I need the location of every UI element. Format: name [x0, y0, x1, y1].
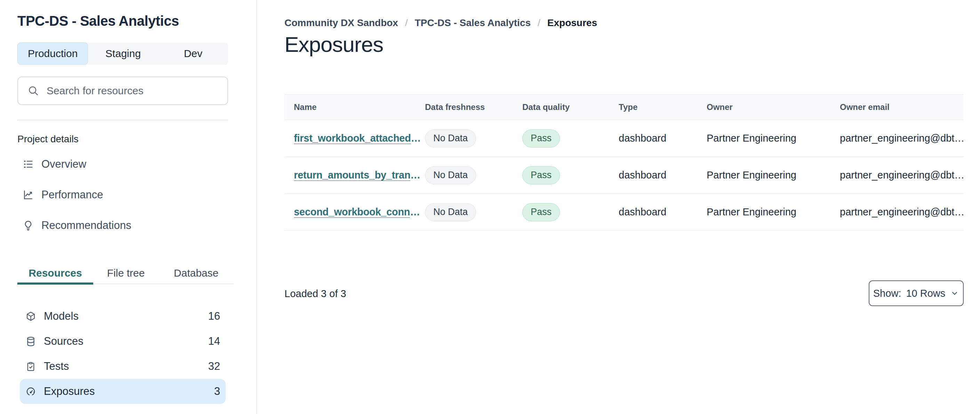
search-input[interactable] [46, 85, 221, 97]
truncation-ellipsis: … [410, 169, 420, 181]
breadcrumb-separator: / [405, 18, 408, 29]
data-freshness-badge: No Data [425, 166, 476, 185]
gauge-icon [25, 386, 36, 397]
column-header-data-freshness: Data freshness [425, 102, 522, 112]
exposure-name-link[interactable]: second_workbook_conn [294, 206, 410, 217]
column-header-type: Type [619, 102, 706, 112]
database-icon [25, 336, 36, 347]
tab-database[interactable]: Database [159, 267, 234, 279]
breadcrumb: Community DX Sandbox / TPC-DS - Sales An… [285, 18, 597, 29]
sidebar-item-partial[interactable] [20, 407, 226, 414]
breadcrumb-item-account[interactable]: Community DX Sandbox [285, 18, 398, 29]
exposure-name-link[interactable]: return_amounts_by_tran [294, 169, 410, 181]
table-row: second_workbook_conn… No Data Pass dashb… [285, 194, 964, 231]
sidebar-item-recommendations[interactable]: Recommendations [18, 214, 228, 237]
tab-production[interactable]: Production [18, 43, 88, 65]
chart-trend-icon [22, 189, 34, 201]
owner-cell: Partner Engineering [706, 132, 840, 144]
breadcrumb-item-project[interactable]: TPC-DS - Sales Analytics [415, 18, 531, 29]
data-freshness-badge: No Data [425, 203, 476, 221]
show-label: Show: [873, 288, 901, 299]
project-details-label: Project details [18, 134, 79, 145]
list-icon [22, 159, 34, 170]
table-row: first_workbook_attached… No Data Pass da… [285, 120, 964, 157]
sidebar-item-label: Recommendations [41, 219, 131, 232]
truncation-ellipsis: … [410, 206, 420, 217]
chevron-down-icon [950, 289, 959, 298]
tab-dev[interactable]: Dev [158, 43, 228, 65]
exposures-count: 3 [214, 385, 220, 398]
owner-cell: Partner Engineering [706, 206, 840, 218]
sidebar-item-performance[interactable]: Performance [18, 184, 228, 206]
page-title: Exposures [285, 32, 383, 57]
tests-count: 32 [208, 360, 220, 373]
data-quality-badge: Pass [522, 203, 560, 221]
breadcrumb-item-current: Exposures [547, 18, 597, 29]
column-header-owner: Owner [706, 102, 840, 112]
sidebar-item-overview[interactable]: Overview [18, 153, 228, 175]
sidebar-item-models[interactable]: Models 16 [20, 304, 226, 329]
sidebar: TPC-DS - Sales Analytics Production Stag… [0, 0, 256, 414]
data-quality-badge: Pass [522, 166, 560, 185]
column-header-data-quality: Data quality [522, 102, 619, 112]
sidebar-item-sources[interactable]: Sources 14 [20, 329, 226, 354]
exposures-table: Name Data freshness Data quality Type Ow… [285, 94, 964, 231]
tab-file-tree[interactable]: File tree [93, 267, 159, 279]
sidebar-item-label: Models [44, 310, 79, 323]
sidebar-item-exposures[interactable]: Exposures 3 [20, 379, 226, 404]
tab-staging[interactable]: Staging [88, 43, 158, 65]
search-icon [27, 84, 40, 97]
owner-email-cell: partner_engineering@dbt… [840, 132, 964, 144]
type-cell: dashboard [619, 132, 706, 144]
data-quality-badge: Pass [522, 129, 560, 148]
sidebar-item-label: Exposures [44, 385, 95, 398]
exposure-name-link[interactable]: first_workbook_attached [294, 132, 411, 144]
type-cell: dashboard [619, 169, 706, 181]
sources-count: 14 [208, 335, 220, 347]
column-header-name: Name [294, 102, 425, 112]
project-title: TPC-DS - Sales Analytics [18, 13, 179, 29]
resource-tabs-active-indicator [18, 282, 93, 285]
search-box[interactable] [18, 76, 228, 105]
cube-icon [25, 311, 36, 322]
owner-email-cell: partner_engineering@dbt… [840, 169, 964, 181]
rows-per-page-dropdown[interactable]: Show: 10 Rows [869, 280, 964, 306]
sidebar-item-label: Tests [44, 360, 69, 373]
tab-resources[interactable]: Resources [18, 267, 93, 279]
sidebar-item-label: Overview [41, 158, 86, 170]
sidebar-item-label: Sources [44, 335, 83, 347]
environment-tabs: Production Staging Dev [18, 43, 228, 65]
models-count: 16 [208, 310, 220, 323]
clipboard-check-icon [25, 361, 36, 372]
sidebar-main-divider [256, 0, 257, 414]
column-header-owner-email: Owner email [840, 102, 964, 112]
owner-email-cell: partner_engineering@dbt… [840, 206, 964, 218]
type-cell: dashboard [619, 206, 706, 218]
sidebar-item-label: Performance [41, 189, 103, 201]
show-value: 10 Rows [906, 288, 945, 299]
table-row: return_amounts_by_tran… No Data Pass das… [285, 157, 964, 194]
loaded-status: Loaded 3 of 3 [285, 288, 346, 299]
data-freshness-badge: No Data [425, 129, 476, 148]
owner-cell: Partner Engineering [706, 169, 840, 181]
breadcrumb-separator: / [538, 18, 541, 29]
sidebar-item-tests[interactable]: Tests 32 [20, 354, 226, 379]
sidebar-divider [18, 120, 228, 120]
table-header-row: Name Data freshness Data quality Type Ow… [285, 94, 964, 120]
truncation-ellipsis: … [411, 132, 421, 144]
lightbulb-icon [22, 220, 34, 231]
